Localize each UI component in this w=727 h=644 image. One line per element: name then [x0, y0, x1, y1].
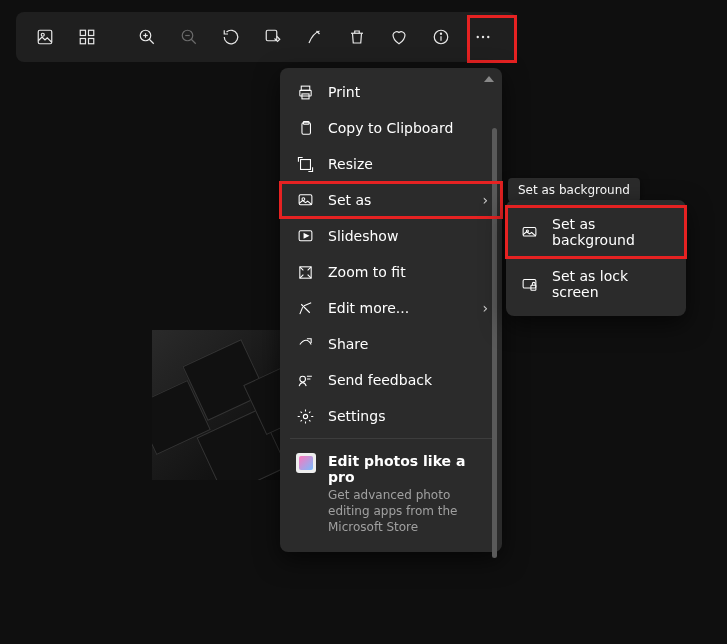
resize-icon — [296, 155, 314, 173]
zoom-out-icon — [172, 20, 206, 54]
more-button-highlight — [467, 15, 517, 63]
setas-submenu: Set as background Set as lock screen — [506, 200, 686, 316]
submenu-label: Set as lock screen — [552, 268, 672, 300]
menu-label: Edit more... — [328, 300, 409, 316]
clipboard-icon — [296, 119, 314, 137]
menu-print[interactable]: Print — [280, 74, 502, 110]
edit-image-icon[interactable] — [256, 20, 290, 54]
svg-rect-20 — [301, 86, 310, 90]
svg-rect-5 — [89, 39, 94, 44]
menu-edit-more[interactable]: Edit more... › — [280, 290, 502, 326]
menu-label: Set as — [328, 192, 371, 208]
submenu-label: Set as background — [552, 216, 672, 248]
setas-icon — [296, 191, 314, 209]
promo-app-icon — [296, 453, 316, 473]
favorite-icon[interactable] — [382, 20, 416, 54]
svg-rect-3 — [89, 30, 94, 35]
svg-point-32 — [303, 414, 307, 418]
menu-set-as[interactable]: Set as › — [280, 182, 502, 218]
svg-rect-0 — [38, 30, 52, 44]
slideshow-icon — [296, 227, 314, 245]
markup-icon[interactable] — [298, 20, 332, 54]
photo-preview — [152, 330, 282, 480]
svg-line-11 — [191, 39, 196, 44]
feedback-icon — [296, 371, 314, 389]
menu-resize[interactable]: Resize — [280, 146, 502, 182]
settings-icon — [296, 407, 314, 425]
menu-label: Share — [328, 336, 368, 352]
menu-label: Zoom to fit — [328, 264, 406, 280]
overflow-menu: Print Copy to Clipboard Resize Set as › … — [280, 68, 502, 552]
toolbar — [16, 12, 516, 62]
print-icon — [296, 83, 314, 101]
editmore-icon — [296, 299, 314, 317]
menu-separator — [290, 438, 492, 439]
menu-zoom-fit[interactable]: Zoom to fit — [280, 254, 502, 290]
menu-label: Settings — [328, 408, 385, 424]
svg-rect-25 — [300, 159, 310, 169]
menu-label: Print — [328, 84, 360, 100]
rotate-icon[interactable] — [214, 20, 248, 54]
zoom-in-icon[interactable] — [130, 20, 164, 54]
filmstrip-icon[interactable] — [70, 20, 104, 54]
tooltip: Set as background — [508, 178, 640, 202]
svg-point-31 — [299, 376, 305, 382]
svg-point-16 — [440, 33, 441, 34]
menu-settings[interactable]: Settings — [280, 398, 502, 434]
view-photo-icon[interactable] — [28, 20, 62, 54]
lockscreen-icon — [520, 275, 538, 293]
submenu-set-background[interactable]: Set as background — [506, 206, 686, 258]
menu-share[interactable]: Share — [280, 326, 502, 362]
share-icon — [296, 335, 314, 353]
menu-promo[interactable]: Edit photos like a pro Get advanced phot… — [280, 443, 502, 546]
promo-title: Edit photos like a pro — [328, 453, 486, 485]
menu-label: Copy to Clipboard — [328, 120, 453, 136]
menu-slideshow[interactable]: Slideshow — [280, 218, 502, 254]
svg-line-7 — [149, 39, 154, 44]
info-icon[interactable] — [424, 20, 458, 54]
menu-label: Slideshow — [328, 228, 398, 244]
menu-feedback[interactable]: Send feedback — [280, 362, 502, 398]
zoomfit-icon — [296, 263, 314, 281]
svg-marker-29 — [304, 233, 308, 237]
menu-label: Resize — [328, 156, 373, 172]
menu-copy[interactable]: Copy to Clipboard — [280, 110, 502, 146]
menu-label: Send feedback — [328, 372, 432, 388]
delete-icon[interactable] — [340, 20, 374, 54]
background-icon — [520, 223, 538, 241]
svg-point-1 — [41, 33, 44, 36]
svg-rect-35 — [523, 279, 536, 288]
svg-rect-2 — [80, 30, 85, 35]
svg-rect-4 — [80, 39, 85, 44]
chevron-right-icon: › — [482, 300, 488, 316]
submenu-set-lockscreen[interactable]: Set as lock screen — [506, 258, 686, 310]
chevron-right-icon: › — [482, 192, 488, 208]
promo-subtitle: Get advanced photo editing apps from the… — [328, 487, 478, 536]
